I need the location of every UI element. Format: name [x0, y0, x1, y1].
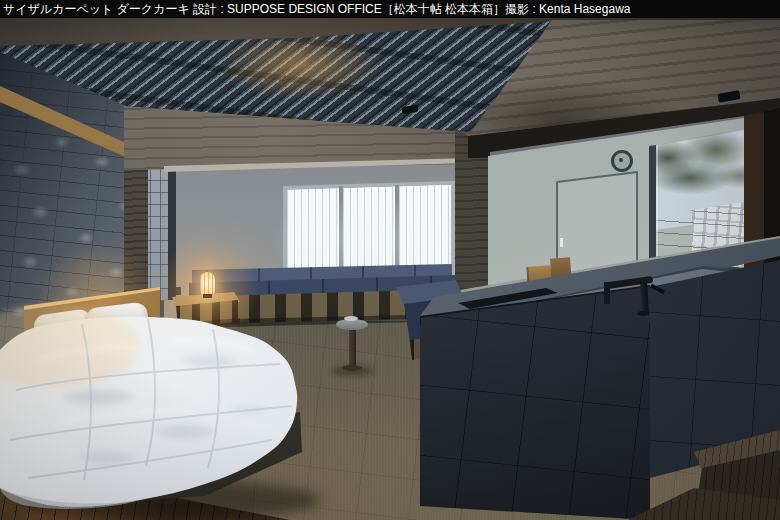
- wooden-box: [550, 257, 572, 286]
- ceiling-slab: [0, 0, 780, 520]
- shoji-mullion: [0, 0, 780, 520]
- shoji-rail: [0, 0, 780, 520]
- glass-block-panel: [0, 0, 780, 520]
- counter-sink-rim: [0, 0, 780, 520]
- shoji-mullion: [0, 0, 780, 520]
- bed-duvet: [0, 298, 306, 513]
- stool-foot: [342, 365, 362, 371]
- counter-top: [0, 0, 780, 520]
- wall-outlet: [176, 287, 181, 295]
- concrete-column-mid: [0, 0, 780, 520]
- sofa-pallet-base: [0, 0, 780, 520]
- bed-floor-shadow: [20, 480, 320, 520]
- wood-floor: [0, 0, 780, 520]
- sofa-backrest: [0, 0, 780, 520]
- picture-window: [0, 0, 780, 520]
- sofa-seat: [0, 0, 780, 520]
- kitchen-faucet-base: [637, 311, 649, 316]
- candle-glow: [594, 268, 612, 286]
- wood-step-lower: [0, 0, 780, 520]
- counter-cooktop: [0, 0, 780, 520]
- window-frame: [0, 0, 780, 520]
- exterior-railing: [0, 0, 780, 520]
- window-vent-center: [619, 158, 623, 162]
- stool-column: [349, 327, 356, 369]
- lamp-base: [203, 294, 212, 298]
- shoji-window: [0, 0, 780, 520]
- bed-headboard-highlight: [0, 0, 780, 520]
- kitchen-faucet-riser: [640, 283, 649, 315]
- sofa-shadow: [0, 0, 780, 520]
- exterior-sky: [0, 0, 780, 520]
- wooden-box: [526, 265, 555, 289]
- exterior-roof-lattice: [0, 0, 780, 520]
- kitchen-faucet: [606, 276, 654, 289]
- stool-dish: [344, 316, 358, 321]
- bed-pillow: [32, 308, 93, 343]
- lantern-lamp: [200, 272, 215, 296]
- side-table-shadow: [0, 0, 780, 520]
- counter-front: [0, 0, 780, 520]
- spotlight-icon: [717, 90, 740, 103]
- spotlight-icon: [402, 105, 419, 115]
- stool-shadow: [332, 366, 374, 376]
- exterior-building: [0, 0, 780, 520]
- window-mullion-highlight: [0, 0, 780, 520]
- bed-pillow: [85, 301, 150, 336]
- wood-step-top: [0, 0, 780, 520]
- round-stool: [336, 319, 368, 330]
- window-mullion: [0, 0, 780, 520]
- counter-side: [0, 0, 780, 520]
- bed-base: [0, 0, 780, 520]
- kitchen-faucet-handle: [650, 284, 665, 295]
- vignette: [0, 0, 780, 520]
- headboard-glow: [0, 0, 780, 520]
- concrete-block-wall: [0, 0, 780, 520]
- sofa-corner-seat: [0, 0, 780, 520]
- alcove-header-beam: [0, 0, 780, 520]
- wood-beam: [0, 0, 780, 520]
- kitchen-faucet-spout: [604, 282, 610, 304]
- door-handle: [560, 238, 563, 247]
- bed-headboard: [0, 0, 780, 520]
- alcove-top-rail: [0, 0, 780, 520]
- photo-scene: サイザルカーペット ダークカーキ 設計 : SUPPOSE DESIGN OFF…: [0, 0, 780, 520]
- shoji-glow: [0, 0, 780, 520]
- caption-bar: サイザルカーペット ダークカーキ 設計 : SUPPOSE DESIGN OFF…: [0, 0, 780, 18]
- carpet-floor: [0, 0, 780, 520]
- wall-gap-shadow: [0, 0, 780, 520]
- window-vent: [611, 150, 633, 172]
- counter-edge-shadow: [0, 0, 780, 520]
- concrete-beam-right: [0, 0, 780, 520]
- window-track: [0, 0, 780, 520]
- shoji-window-frame: [0, 0, 780, 520]
- wood-step-front: [0, 0, 780, 520]
- window-frame-shadow: [0, 0, 780, 520]
- window-door-reflection: [556, 171, 638, 297]
- window-sill: [0, 0, 780, 520]
- caption-text: サイザルカーペット ダークカーキ 設計 : SUPPOSE DESIGN OFF…: [3, 2, 630, 16]
- counter-sink: [0, 0, 780, 520]
- sofa-corner-front: [0, 0, 780, 520]
- lamp-glow: [0, 0, 780, 520]
- sofa-corner-base: [0, 0, 780, 520]
- metal-deck-ceiling: [0, 0, 780, 520]
- window-header-shadow: [0, 0, 780, 520]
- exterior-trees: [0, 0, 780, 520]
- side-table-top: [0, 0, 780, 520]
- concrete-column-left: [0, 0, 780, 520]
- side-table-base: [0, 0, 780, 520]
- alcove-wall: [0, 0, 780, 520]
